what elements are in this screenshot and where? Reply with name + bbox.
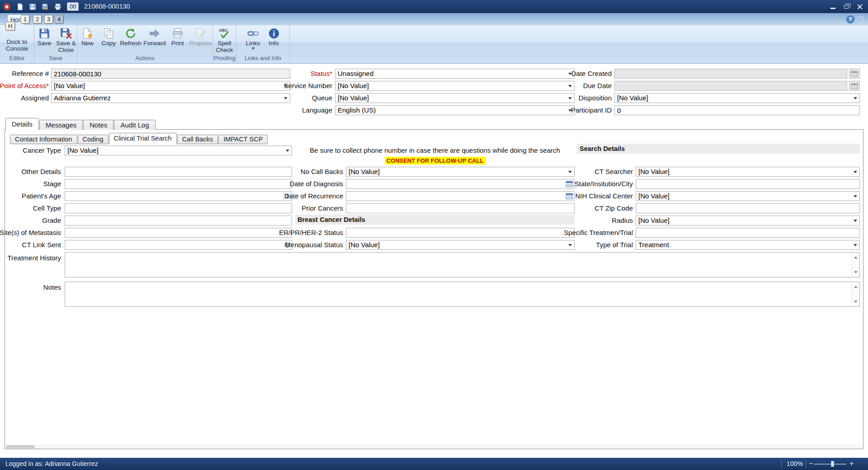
site-of-metastasis-input[interactable] bbox=[65, 228, 292, 238]
titlebar: 00 210608-000130 bbox=[0, 0, 868, 13]
maximize-button[interactable] bbox=[840, 0, 853, 13]
language-label: Language bbox=[302, 105, 332, 115]
disposition-select[interactable]: [No Value] bbox=[614, 93, 860, 103]
dropdown-arrow-icon bbox=[568, 171, 572, 175]
dock-to-console-button[interactable]: Dock to Console bbox=[1, 26, 33, 55]
spell-check-button[interactable]: ABC Spell Check bbox=[214, 26, 236, 55]
treatment-history-label: Treatment History bbox=[7, 253, 61, 263]
stage-input[interactable] bbox=[65, 179, 292, 189]
links-button[interactable]: Links bbox=[243, 26, 264, 55]
nih-clinical-center-select[interactable]: [No Value] bbox=[636, 191, 860, 201]
info-icon bbox=[268, 27, 280, 40]
tab-audit-log[interactable]: Audit Log bbox=[114, 120, 155, 130]
propose-button[interactable]: Propose bbox=[189, 26, 212, 55]
state-institution-city-input[interactable] bbox=[636, 179, 860, 189]
service-number-select[interactable]: [No Value] bbox=[335, 81, 575, 91]
print-button[interactable]: Print bbox=[167, 26, 188, 55]
language-select[interactable]: English (US) bbox=[335, 105, 575, 115]
service-number-label: Service Number bbox=[283, 81, 332, 91]
status-label: Status* bbox=[311, 69, 332, 79]
copy-button[interactable]: Copy bbox=[99, 26, 119, 55]
cancer-type-select[interactable]: [No Value] bbox=[65, 146, 292, 155]
type-of-trial-select[interactable]: Treatment bbox=[636, 240, 860, 250]
ct-link-sent-input[interactable] bbox=[65, 240, 292, 250]
keytip-1: 1 bbox=[21, 15, 29, 24]
scrollbar-thumb[interactable] bbox=[6, 445, 35, 448]
assigned-select[interactable]: Adrianna Gutierrez bbox=[51, 93, 290, 103]
calendar-icon[interactable] bbox=[566, 193, 573, 200]
scroll-down-icon bbox=[854, 271, 858, 275]
notes-textarea[interactable] bbox=[65, 282, 860, 307]
close-button[interactable] bbox=[854, 0, 866, 13]
prior-cancers-input[interactable] bbox=[346, 203, 575, 213]
tab-contact-information[interactable]: Contact Information bbox=[10, 135, 77, 144]
dropdown-arrow-icon bbox=[854, 97, 857, 101]
restore-icon bbox=[844, 5, 849, 9]
save-button[interactable]: Save bbox=[34, 26, 54, 55]
no-call-backs-select[interactable]: [No Value] bbox=[346, 167, 575, 177]
radius-select[interactable]: [No Value] bbox=[636, 216, 860, 226]
zoom-slider-thumb[interactable] bbox=[831, 461, 834, 467]
copy-icon bbox=[103, 27, 114, 40]
reference-input[interactable] bbox=[51, 69, 290, 79]
tab-impact-scp[interactable]: IMPACT SCP bbox=[218, 135, 268, 144]
forward-button[interactable]: Forward bbox=[143, 26, 167, 55]
save-icon[interactable] bbox=[28, 2, 37, 11]
help-icon[interactable]: ? bbox=[846, 15, 854, 24]
participant-id-input[interactable] bbox=[614, 105, 860, 115]
specific-treatment-trial-input[interactable] bbox=[636, 228, 860, 238]
logged-in-text: Logged in as: Adrianna Gutierrez bbox=[5, 458, 98, 470]
treatment-history-textarea[interactable] bbox=[65, 252, 860, 277]
due-date-input bbox=[614, 81, 847, 91]
tab-messages[interactable]: Messages bbox=[39, 120, 83, 130]
zoom-out-button[interactable]: − bbox=[809, 458, 813, 470]
zoom-in-button[interactable]: + bbox=[849, 458, 854, 470]
new-button[interactable]: New bbox=[77, 26, 98, 55]
print-icon[interactable] bbox=[53, 2, 62, 11]
date-of-recurrence-input[interactable] bbox=[346, 191, 575, 201]
scroll-up-icon bbox=[854, 254, 858, 258]
scrollbar[interactable] bbox=[852, 253, 859, 277]
status-select[interactable]: Unassigned bbox=[335, 69, 575, 79]
tab-call-backs[interactable]: Call Backs bbox=[177, 135, 218, 144]
patients-age-stepper[interactable] bbox=[65, 191, 292, 201]
app-icon bbox=[2, 2, 11, 11]
application-window: 00 210608-000130 Hom 1 2 3 4 H ? ^ Dock … bbox=[0, 0, 868, 470]
chevron-down-icon bbox=[251, 47, 255, 52]
minimize-icon bbox=[830, 8, 835, 9]
dropdown-arrow-icon bbox=[284, 97, 288, 101]
menopausal-status-select[interactable]: [No Value] bbox=[346, 240, 575, 250]
disposition-label: Disposition bbox=[579, 93, 612, 103]
ct-searcher-select[interactable]: [No Value] bbox=[636, 167, 860, 177]
ribbon: Dock to Console Editor Save Save & Close bbox=[0, 25, 868, 64]
date-of-diagnosis-input[interactable] bbox=[346, 179, 575, 189]
queue-select[interactable]: [No Value] bbox=[335, 93, 575, 103]
patients-age-label: Patient's Age bbox=[22, 191, 61, 201]
minimize-button[interactable] bbox=[826, 0, 839, 13]
reference-label: Reference # bbox=[12, 69, 49, 79]
ribbon-collapse-icon[interactable]: ^ bbox=[857, 16, 864, 23]
tab-details[interactable]: Details bbox=[5, 118, 39, 130]
calendar-icon[interactable] bbox=[566, 180, 573, 188]
save-as-icon[interactable] bbox=[41, 2, 50, 11]
tab-notes[interactable]: Notes bbox=[83, 120, 113, 130]
cell-type-input[interactable] bbox=[65, 203, 292, 213]
search-instruction-text: Be sure to collect phone number in case … bbox=[295, 146, 575, 154]
zoom-level: 100% bbox=[785, 458, 805, 470]
grade-input[interactable] bbox=[65, 216, 292, 226]
er-pr-her2-input[interactable] bbox=[346, 228, 575, 238]
calendar-icon bbox=[849, 81, 860, 91]
horizontal-scrollbar[interactable] bbox=[6, 445, 862, 449]
zoom-slider-track[interactable] bbox=[814, 464, 846, 465]
ct-zip-code-input[interactable] bbox=[636, 203, 860, 213]
refresh-button[interactable]: Refresh bbox=[120, 26, 142, 55]
new-document-icon[interactable] bbox=[15, 2, 24, 11]
other-details-input[interactable] bbox=[65, 167, 292, 177]
tab-coding[interactable]: Coding bbox=[78, 135, 108, 144]
point-of-access-select[interactable]: [No Value] bbox=[51, 81, 290, 91]
info-button[interactable]: Info bbox=[264, 26, 283, 55]
search-details-header: Search Details bbox=[577, 144, 860, 154]
save-and-close-button[interactable]: Save & Close bbox=[55, 26, 77, 55]
scrollbar[interactable] bbox=[852, 282, 859, 306]
tab-clinical-trial-search[interactable]: Clinical Trial Search bbox=[109, 133, 177, 144]
